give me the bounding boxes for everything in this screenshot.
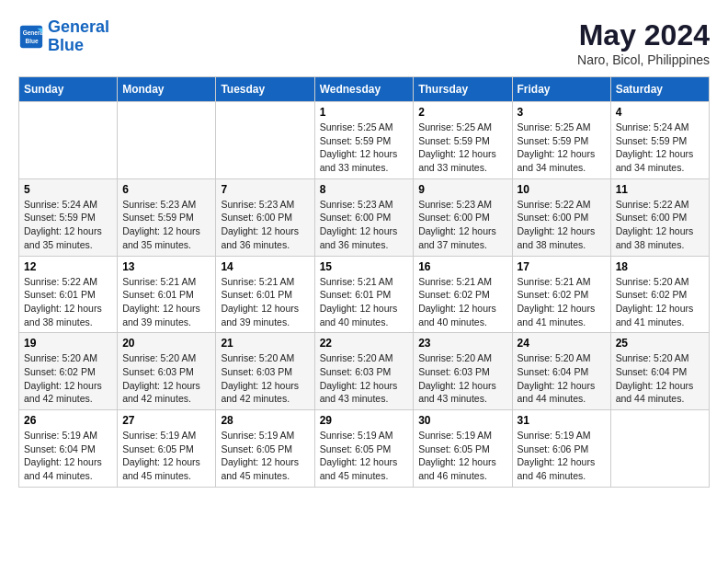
calendar-cell: 7Sunrise: 5:23 AM Sunset: 6:00 PM Daylig… bbox=[216, 178, 314, 256]
day-info: Sunrise: 5:20 AM Sunset: 6:03 PM Dayligh… bbox=[221, 351, 309, 406]
calendar-cell: 1Sunrise: 5:25 AM Sunset: 5:59 PM Daylig… bbox=[314, 102, 414, 179]
calendar-cell: 18Sunrise: 5:20 AM Sunset: 6:02 PM Dayli… bbox=[610, 256, 709, 333]
calendar-cell: 6Sunrise: 5:23 AM Sunset: 5:59 PM Daylig… bbox=[118, 178, 216, 256]
day-number: 1 bbox=[320, 106, 409, 119]
calendar-cell: 26Sunrise: 5:19 AM Sunset: 6:04 PM Dayli… bbox=[19, 410, 118, 488]
month-year: May 2024 bbox=[577, 18, 710, 52]
calendar-cell: 12Sunrise: 5:22 AM Sunset: 6:01 PM Dayli… bbox=[19, 256, 118, 333]
logo-text2: Blue bbox=[48, 37, 109, 55]
day-info: Sunrise: 5:23 AM Sunset: 5:59 PM Dayligh… bbox=[122, 198, 210, 252]
day-info: Sunrise: 5:23 AM Sunset: 6:00 PM Dayligh… bbox=[320, 198, 409, 252]
day-number: 18 bbox=[616, 260, 704, 273]
calendar-cell: 24Sunrise: 5:20 AM Sunset: 6:04 PM Dayli… bbox=[512, 333, 610, 410]
day-number: 2 bbox=[418, 106, 506, 119]
day-number: 28 bbox=[221, 414, 309, 427]
weekday-header: Friday bbox=[512, 77, 610, 102]
day-info: Sunrise: 5:20 AM Sunset: 6:03 PM Dayligh… bbox=[320, 351, 409, 406]
calendar-cell: 21Sunrise: 5:20 AM Sunset: 6:03 PM Dayli… bbox=[216, 333, 314, 410]
calendar-cell: 23Sunrise: 5:20 AM Sunset: 6:03 PM Dayli… bbox=[414, 333, 512, 410]
day-info: Sunrise: 5:20 AM Sunset: 6:04 PM Dayligh… bbox=[518, 351, 606, 406]
day-info: Sunrise: 5:20 AM Sunset: 6:03 PM Dayligh… bbox=[122, 351, 210, 406]
calendar-cell: 17Sunrise: 5:21 AM Sunset: 6:02 PM Dayli… bbox=[512, 256, 610, 333]
day-info: Sunrise: 5:20 AM Sunset: 6:04 PM Dayligh… bbox=[616, 351, 704, 406]
day-number: 21 bbox=[221, 337, 309, 350]
calendar-week-row: 19Sunrise: 5:20 AM Sunset: 6:02 PM Dayli… bbox=[19, 333, 710, 410]
day-number: 8 bbox=[320, 183, 409, 196]
calendar-cell bbox=[118, 102, 216, 179]
day-number: 17 bbox=[518, 260, 606, 273]
day-info: Sunrise: 5:19 AM Sunset: 6:04 PM Dayligh… bbox=[24, 429, 112, 483]
day-number: 14 bbox=[221, 260, 309, 273]
calendar-cell: 20Sunrise: 5:20 AM Sunset: 6:03 PM Dayli… bbox=[118, 333, 216, 410]
calendar-cell: 19Sunrise: 5:20 AM Sunset: 6:02 PM Dayli… bbox=[19, 333, 118, 410]
day-info: Sunrise: 5:19 AM Sunset: 6:05 PM Dayligh… bbox=[221, 429, 309, 483]
day-number: 16 bbox=[418, 260, 506, 273]
day-info: Sunrise: 5:25 AM Sunset: 5:59 PM Dayligh… bbox=[418, 121, 506, 175]
calendar-cell: 13Sunrise: 5:21 AM Sunset: 6:01 PM Dayli… bbox=[118, 256, 216, 333]
logo-icon: General Blue bbox=[18, 24, 44, 50]
day-info: Sunrise: 5:19 AM Sunset: 6:05 PM Dayligh… bbox=[418, 429, 506, 483]
day-info: Sunrise: 5:25 AM Sunset: 5:59 PM Dayligh… bbox=[518, 121, 606, 175]
day-info: Sunrise: 5:23 AM Sunset: 6:00 PM Dayligh… bbox=[418, 198, 506, 252]
calendar-cell: 15Sunrise: 5:21 AM Sunset: 6:01 PM Dayli… bbox=[314, 256, 414, 333]
calendar-cell: 25Sunrise: 5:20 AM Sunset: 6:04 PM Dayli… bbox=[610, 333, 709, 410]
calendar-week-row: 12Sunrise: 5:22 AM Sunset: 6:01 PM Dayli… bbox=[19, 256, 710, 333]
day-info: Sunrise: 5:21 AM Sunset: 6:01 PM Dayligh… bbox=[122, 275, 210, 329]
calendar-cell: 14Sunrise: 5:21 AM Sunset: 6:01 PM Dayli… bbox=[216, 256, 314, 333]
day-info: Sunrise: 5:20 AM Sunset: 6:02 PM Dayligh… bbox=[24, 351, 112, 406]
calendar-cell bbox=[610, 410, 709, 488]
calendar-cell: 16Sunrise: 5:21 AM Sunset: 6:02 PM Dayli… bbox=[414, 256, 512, 333]
calendar-table: SundayMondayTuesdayWednesdayThursdayFrid… bbox=[18, 76, 710, 488]
day-number: 20 bbox=[122, 337, 210, 350]
weekday-header: Tuesday bbox=[216, 77, 314, 102]
calendar-cell: 2Sunrise: 5:25 AM Sunset: 5:59 PM Daylig… bbox=[414, 102, 512, 179]
calendar-cell: 9Sunrise: 5:23 AM Sunset: 6:00 PM Daylig… bbox=[414, 178, 512, 256]
day-number: 23 bbox=[418, 337, 506, 350]
day-number: 26 bbox=[24, 414, 112, 427]
day-info: Sunrise: 5:19 AM Sunset: 6:05 PM Dayligh… bbox=[122, 429, 210, 483]
day-number: 5 bbox=[24, 183, 112, 196]
day-info: Sunrise: 5:19 AM Sunset: 6:06 PM Dayligh… bbox=[518, 429, 606, 483]
day-info: Sunrise: 5:21 AM Sunset: 6:01 PM Dayligh… bbox=[221, 275, 309, 329]
calendar-cell: 10Sunrise: 5:22 AM Sunset: 6:00 PM Dayli… bbox=[512, 178, 610, 256]
calendar-cell: 5Sunrise: 5:24 AM Sunset: 5:59 PM Daylig… bbox=[19, 178, 118, 256]
calendar-cell: 28Sunrise: 5:19 AM Sunset: 6:05 PM Dayli… bbox=[216, 410, 314, 488]
day-number: 25 bbox=[616, 337, 704, 350]
calendar-week-row: 26Sunrise: 5:19 AM Sunset: 6:04 PM Dayli… bbox=[19, 410, 710, 488]
day-info: Sunrise: 5:22 AM Sunset: 6:00 PM Dayligh… bbox=[518, 198, 606, 252]
weekday-header: Wednesday bbox=[314, 77, 414, 102]
calendar-cell: 3Sunrise: 5:25 AM Sunset: 5:59 PM Daylig… bbox=[512, 102, 610, 179]
weekday-header-row: SundayMondayTuesdayWednesdayThursdayFrid… bbox=[19, 77, 710, 102]
day-info: Sunrise: 5:20 AM Sunset: 6:02 PM Dayligh… bbox=[616, 275, 704, 329]
day-number: 3 bbox=[518, 106, 606, 119]
calendar-cell bbox=[19, 102, 118, 179]
svg-text:Blue: Blue bbox=[25, 37, 38, 43]
day-number: 29 bbox=[320, 414, 409, 427]
day-number: 15 bbox=[320, 260, 409, 273]
calendar-week-row: 5Sunrise: 5:24 AM Sunset: 5:59 PM Daylig… bbox=[19, 178, 710, 256]
weekday-header: Thursday bbox=[414, 77, 512, 102]
day-number: 19 bbox=[24, 337, 112, 350]
day-number: 22 bbox=[320, 337, 409, 350]
day-info: Sunrise: 5:21 AM Sunset: 6:01 PM Dayligh… bbox=[320, 275, 409, 329]
day-number: 27 bbox=[122, 414, 210, 427]
day-info: Sunrise: 5:21 AM Sunset: 6:02 PM Dayligh… bbox=[518, 275, 606, 329]
calendar-cell: 4Sunrise: 5:24 AM Sunset: 5:59 PM Daylig… bbox=[610, 102, 709, 179]
day-number: 24 bbox=[518, 337, 606, 350]
day-number: 12 bbox=[24, 260, 112, 273]
day-number: 9 bbox=[418, 183, 506, 196]
weekday-header: Saturday bbox=[610, 77, 709, 102]
calendar-cell: 22Sunrise: 5:20 AM Sunset: 6:03 PM Dayli… bbox=[314, 333, 414, 410]
day-number: 30 bbox=[418, 414, 506, 427]
calendar-cell: 31Sunrise: 5:19 AM Sunset: 6:06 PM Dayli… bbox=[512, 410, 610, 488]
calendar-cell: 8Sunrise: 5:23 AM Sunset: 6:00 PM Daylig… bbox=[314, 178, 414, 256]
weekday-header: Sunday bbox=[19, 77, 118, 102]
logo-text: General bbox=[48, 18, 109, 37]
day-info: Sunrise: 5:24 AM Sunset: 5:59 PM Dayligh… bbox=[616, 121, 704, 175]
day-number: 11 bbox=[616, 183, 704, 196]
calendar-cell: 30Sunrise: 5:19 AM Sunset: 6:05 PM Dayli… bbox=[414, 410, 512, 488]
calendar-cell: 29Sunrise: 5:19 AM Sunset: 6:05 PM Dayli… bbox=[314, 410, 414, 488]
day-number: 31 bbox=[518, 414, 606, 427]
day-info: Sunrise: 5:22 AM Sunset: 6:00 PM Dayligh… bbox=[616, 198, 704, 252]
logo: General Blue General Blue bbox=[18, 18, 109, 55]
